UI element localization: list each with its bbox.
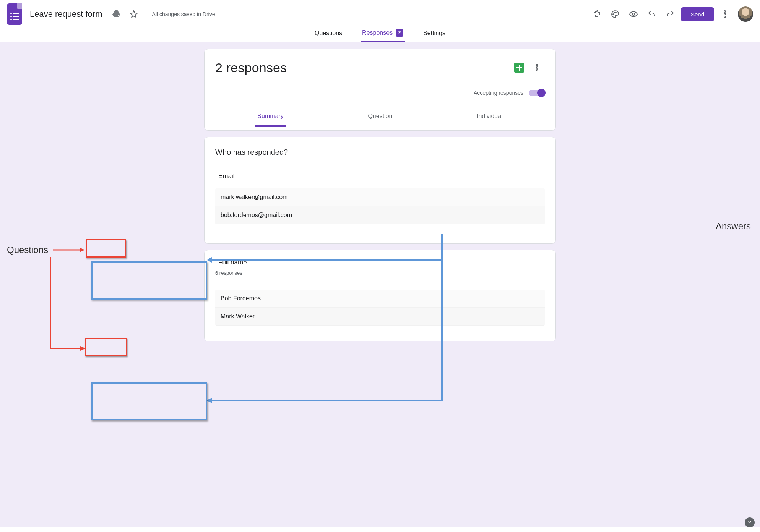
redo-icon[interactable] xyxy=(663,6,678,22)
tab-settings[interactable]: Settings xyxy=(422,26,447,42)
fullname-card: Full name 6 responses Bob Fordemos Mark … xyxy=(204,250,556,341)
email-question-label: Email xyxy=(215,171,238,182)
accepting-responses-toggle[interactable] xyxy=(529,90,545,96)
app-header: Leave request form All changes saved in … xyxy=(0,0,760,24)
arrow-to-email-icon xyxy=(53,246,86,254)
who-responded-card: Who has responded? Email mark.walker@gma… xyxy=(204,137,556,244)
tab-responses-label: Responses xyxy=(362,29,393,36)
svg-point-5 xyxy=(724,11,726,12)
svg-point-4 xyxy=(632,13,635,15)
responses-count-title: 2 responses xyxy=(215,60,287,75)
create-spreadsheet-icon[interactable] xyxy=(514,63,524,73)
subtab-question[interactable]: Question xyxy=(365,109,395,127)
annotation-questions-label: Questions xyxy=(7,245,48,255)
annotation-fullname-box xyxy=(85,338,127,356)
answer-row: Mark Walker xyxy=(215,308,545,326)
document-title[interactable]: Leave request form xyxy=(29,8,103,21)
send-button[interactable]: Send xyxy=(681,7,714,21)
annotation-fullname-answers-box xyxy=(91,382,207,420)
more-vert-icon[interactable] xyxy=(717,6,732,22)
svg-point-3 xyxy=(615,12,616,13)
svg-marker-15 xyxy=(206,398,212,403)
responses-more-icon[interactable] xyxy=(529,60,545,75)
save-status: All changes saved in Drive xyxy=(152,11,215,17)
fullname-response-count: 6 responses xyxy=(215,270,545,276)
svg-marker-13 xyxy=(80,346,86,351)
theme-palette-icon[interactable] xyxy=(607,6,623,22)
responses-count-badge: 2 xyxy=(396,29,403,37)
annotation-answers-label: Answers xyxy=(716,221,751,232)
fullname-question-label: Full name xyxy=(215,257,250,268)
forms-app-icon[interactable] xyxy=(7,3,22,25)
form-top-tabs: Questions Responses 2 Settings xyxy=(0,24,760,42)
responses-sub-tabs: Summary Question Individual xyxy=(215,109,545,127)
accepting-responses-label: Accepting responses xyxy=(474,90,523,96)
email-answer-list: mark.walker@gmail.com bob.fordemos@gmail… xyxy=(215,188,545,224)
svg-point-10 xyxy=(536,70,538,71)
undo-icon[interactable] xyxy=(644,6,659,22)
tab-responses[interactable]: Responses 2 xyxy=(361,25,405,42)
svg-point-8 xyxy=(536,64,538,66)
subtab-individual[interactable]: Individual xyxy=(474,109,505,127)
arrow-to-fullname-icon xyxy=(49,257,87,356)
star-icon[interactable] xyxy=(126,6,141,22)
move-to-drive-icon[interactable] xyxy=(109,6,124,22)
svg-point-1 xyxy=(613,14,614,15)
addons-icon[interactable] xyxy=(589,6,604,22)
subtab-summary[interactable]: Summary xyxy=(255,109,286,127)
annotation-email-answers-box xyxy=(91,261,207,300)
workspace: 2 responses Accepting responses Summary … xyxy=(0,42,760,527)
responses-header-card: 2 responses Accepting responses Summary … xyxy=(204,49,556,131)
user-avatar[interactable] xyxy=(738,6,753,22)
svg-point-7 xyxy=(724,16,726,18)
preview-eye-icon[interactable] xyxy=(626,6,641,22)
who-responded-title: Who has responded? xyxy=(215,148,545,157)
answer-row: bob.fordemos@gmail.com xyxy=(215,206,545,224)
svg-point-6 xyxy=(724,13,726,15)
tab-questions[interactable]: Questions xyxy=(313,26,344,42)
answer-row: mark.walker@gmail.com xyxy=(215,188,545,206)
help-icon[interactable]: ? xyxy=(745,517,755,527)
svg-marker-12 xyxy=(80,248,85,252)
svg-point-9 xyxy=(536,67,538,68)
fullname-answer-list: Bob Fordemos Mark Walker xyxy=(215,290,545,326)
annotation-email-box xyxy=(86,239,126,258)
svg-point-2 xyxy=(614,12,615,13)
answer-row: Bob Fordemos xyxy=(215,290,545,308)
